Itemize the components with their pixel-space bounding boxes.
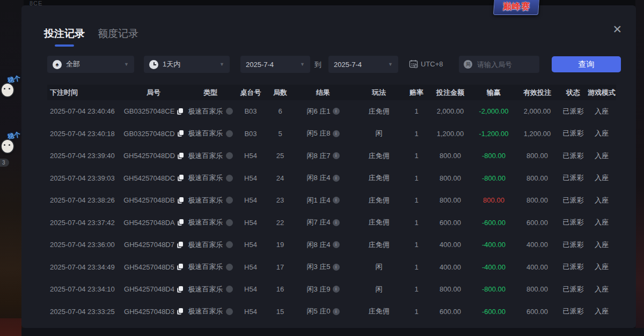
column-header: 有效投注 [515, 88, 559, 98]
round-search-input[interactable] [476, 60, 535, 69]
game-mode: 入座 [587, 285, 616, 294]
status: 已派彩 [559, 262, 587, 272]
copy-icon[interactable] [177, 242, 183, 248]
round-id: GH54257048D4 [120, 285, 187, 293]
close-icon[interactable]: ✕ [612, 24, 622, 35]
table-no: B03 [234, 130, 267, 138]
tab-quota-records[interactable]: 额度记录 [98, 27, 138, 47]
table-row: 2025-07-04 23:40:18GB03257048CD极速百家乐B035… [47, 123, 616, 145]
valid-bet: 800.00 [515, 152, 559, 160]
query-button[interactable]: 查询 [552, 56, 621, 72]
result-info-icon[interactable]: i [333, 197, 340, 204]
game-type: 极速百家乐 [187, 107, 234, 116]
win-loss: -800.00 [472, 174, 515, 182]
column-header: 下注时间 [47, 88, 120, 98]
result-info-icon[interactable]: i [333, 130, 340, 137]
chevron-down-icon: ▼ [124, 62, 129, 67]
play-type: 庄免佣 [353, 307, 405, 316]
game-type-dot-icon [226, 264, 233, 271]
game-mode: 入座 [587, 173, 616, 183]
result-info-icon[interactable]: i [333, 219, 340, 226]
bet-time: 2025-07-04 23:34:10 [47, 285, 120, 293]
sticker-face-icon [1, 83, 14, 98]
result-info-icon[interactable]: i [333, 152, 340, 159]
result-info-icon[interactable]: i [333, 308, 340, 315]
game-mode: 入座 [587, 196, 616, 205]
result: 闲3 庄9i [293, 285, 353, 294]
column-header: 状态 [559, 88, 587, 98]
result-info-icon[interactable]: i [333, 264, 340, 271]
game-type-dot-icon [226, 197, 233, 204]
result: 闲1 庄4i [293, 196, 353, 205]
sticker-face-icon [1, 139, 14, 154]
table-no: H54 [234, 308, 267, 316]
game-mode: 入座 [587, 151, 616, 161]
game-type-dot-icon [226, 241, 233, 248]
date-to-value: 2025-7-4 [334, 61, 362, 69]
timezone-indicator: UTC+8 [409, 59, 443, 69]
result: 闲6 庄1i [293, 107, 353, 116]
copy-icon[interactable] [177, 286, 183, 293]
bet-amount: 400.00 [428, 241, 472, 249]
date-from-select[interactable]: 2025-7-4 ▼ [240, 56, 310, 73]
table-no: B03 [234, 107, 267, 115]
copy-icon[interactable] [178, 130, 184, 137]
result-info-icon[interactable]: i [333, 175, 340, 182]
round-count: 15 [267, 308, 293, 316]
valid-bet: 800.00 [515, 285, 559, 293]
game-type-select[interactable]: ♠ 全部 ▼ [47, 56, 134, 73]
date-to-select[interactable]: 2025-7-4 ▼ [328, 56, 398, 73]
tab-betting-records[interactable]: 投注记录 [44, 27, 85, 47]
game-mode: 入座 [587, 107, 616, 116]
win-loss: -400.00 [472, 263, 515, 271]
column-header: 桌台号 [234, 88, 267, 98]
bet-amount: 600.00 [428, 308, 472, 316]
game-type-dot-icon [226, 152, 233, 159]
valid-bet: 800.00 [515, 196, 559, 204]
chat-sticker: 稳个 网! [0, 74, 24, 107]
round-id: GH54257048DB [120, 196, 187, 204]
result-info-icon[interactable]: i [333, 108, 340, 115]
time-range-select[interactable]: 1天内 ▼ [144, 56, 230, 73]
tab-label: 投注记录 [44, 28, 85, 39]
table-header-row: 下注时间局号类型桌台号局数结果玩法赔率投注金额输赢有效投注状态游戏模式 [47, 85, 616, 100]
play-type: 闲 [353, 129, 405, 138]
background-table-edge [0, 318, 21, 336]
play-type: 庄免佣 [353, 240, 405, 250]
tournament-badge[interactable]: 巅峰赛 [493, 0, 539, 15]
game-type: 极速百家乐 [187, 173, 234, 183]
result-info-icon[interactable]: i [333, 241, 340, 248]
round-id: GH54257048D3 [120, 308, 187, 316]
result-info-icon[interactable]: i [333, 286, 340, 293]
game-type: 极速百家乐 [187, 285, 234, 294]
table-body: 2025-07-04 23:40:46GB03257048CE极速百家乐B036… [47, 100, 616, 323]
chevron-down-icon: ▼ [219, 62, 224, 67]
bet-amount: 1,200.00 [428, 130, 472, 138]
result: 闲5 庄8i [293, 129, 353, 138]
valid-bet: 400.00 [515, 241, 559, 249]
win-loss: -600.00 [472, 219, 515, 227]
odds: 1 [405, 107, 428, 115]
copy-icon[interactable] [178, 197, 184, 204]
valid-bet: 800.00 [515, 174, 559, 182]
copy-icon[interactable] [177, 308, 183, 315]
clock-icon [149, 60, 158, 69]
chevron-down-icon: ▼ [388, 62, 393, 67]
status: 已派彩 [559, 107, 587, 116]
table-no: H54 [234, 174, 267, 182]
round-count: 6 [267, 107, 293, 115]
copy-icon[interactable] [177, 264, 183, 270]
copy-icon[interactable] [178, 175, 184, 181]
time-range-value: 1天内 [163, 59, 180, 69]
odds: 1 [405, 285, 428, 293]
game-mode: 入座 [587, 262, 616, 272]
bet-time: 2025-07-04 23:39:40 [47, 152, 120, 160]
bet-amount: 400.00 [428, 263, 472, 271]
table-row: 2025-07-04 23:34:49GH54257048D5极速百家乐H541… [47, 256, 616, 279]
copy-icon[interactable] [178, 153, 184, 159]
copy-icon[interactable] [178, 219, 184, 226]
copy-icon[interactable] [177, 108, 183, 115]
round-count: 23 [267, 196, 293, 204]
game-mode: 入座 [587, 218, 616, 227]
table-row: 2025-07-04 23:33:25GH54257048D3极速百家乐H541… [47, 301, 616, 323]
